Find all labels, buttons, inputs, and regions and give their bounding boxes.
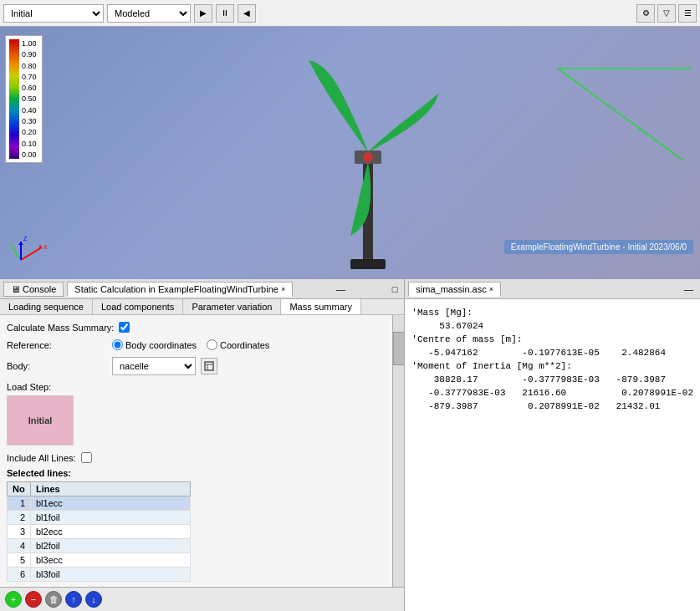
play-button[interactable]: ▶	[194, 4, 212, 23]
calc-tab-label: Static Calculation in ExampleFloatingWin…	[74, 284, 278, 294]
reference-label: Reference:	[7, 340, 107, 350]
cell-no: 6	[8, 568, 31, 582]
cell-line: bl1ecc	[31, 496, 191, 511]
settings-icon[interactable]: ⚙	[636, 4, 655, 23]
tab-mass-summary[interactable]: Mass summary	[281, 299, 361, 314]
cell-no: 4	[8, 539, 31, 553]
svg-marker-12	[18, 242, 23, 245]
lines-table: No Lines 1bl1ecc2bl1foil3bl2ecc4bl2foil5…	[7, 481, 191, 582]
reference-row: Reference: Body coordinates Coordinates	[7, 339, 386, 350]
load-step-label: Load Step:	[7, 382, 386, 392]
cell-line: bl3ecc	[31, 553, 191, 568]
table-row[interactable]: 2bl1foil	[8, 511, 191, 525]
svg-rect-3	[350, 259, 386, 269]
selected-lines-section: Selected lines: No Lines 1bl1ecc2bl1foil…	[7, 468, 386, 582]
model-select[interactable]: Modeled	[107, 4, 191, 23]
cell-no: 5	[8, 553, 31, 568]
calc-tab-close[interactable]: ×	[281, 285, 285, 293]
coords-radio[interactable]	[207, 339, 217, 350]
file-tab-close[interactable]: ×	[489, 285, 493, 293]
right-panel-minimize[interactable]: —	[681, 283, 697, 295]
body-coords-radio[interactable]	[112, 339, 123, 350]
main-area: 🖥 Console Static Calculation in ExampleF…	[0, 279, 700, 611]
cell-line: bl3foil	[31, 568, 191, 582]
selected-lines-label: Selected lines:	[7, 468, 386, 478]
cell-line: bl2ecc	[31, 525, 191, 539]
content-line: -5.947162 -0.1977613E-05 2.482864	[411, 346, 693, 359]
col-lines-header: Lines	[31, 482, 191, 496]
legend-labels: 1.00 0.90 0.80 0.70 0.60 0.50 0.40 0.30 …	[22, 39, 37, 159]
right-panel-content: 'Mass [Mg]: 53.67024'Centre of mass [m]:…	[405, 299, 700, 611]
scrollbar-thumb[interactable]	[393, 332, 404, 365]
content-line: 38828.17 -0.3777983E-03 -879.3987	[411, 373, 693, 386]
bottom-toolbar: + − 🗑 ↑ ↓	[0, 587, 404, 611]
left-panel-scrollbar[interactable]	[392, 315, 404, 587]
color-legend: 1.00 0.90 0.80 0.70 0.60 0.50 0.40 0.30 …	[5, 35, 43, 163]
down-button[interactable]: ↓	[85, 591, 102, 608]
left-panel: 🖥 Console Static Calculation in ExampleF…	[0, 279, 405, 611]
tab-loading-sequence[interactable]: Loading sequence	[0, 299, 93, 314]
panel-header: 🖥 Console Static Calculation in ExampleF…	[0, 279, 404, 299]
add-button[interactable]: +	[5, 591, 22, 608]
include-all-checkbox[interactable]	[81, 452, 92, 463]
mooring-line	[491, 27, 700, 194]
load-step-box[interactable]: Initial	[7, 395, 74, 446]
table-row[interactable]: 6bl3foil	[8, 568, 191, 582]
pause-button[interactable]: ⏸	[216, 4, 234, 23]
sub-tab-bar: Loading sequence Load components Paramet…	[0, 299, 404, 315]
top-toolbar: Initial Modeled ▶ ⏸ ◀ ⚙ ▽ ☰	[0, 0, 700, 27]
col-no-header: No	[8, 482, 31, 496]
state-select[interactable]: Initial	[3, 4, 104, 23]
body-label: Body:	[7, 361, 107, 371]
right-panel: sima_massin.asc × — 'Mass [Mg]: 53.67024…	[405, 279, 700, 611]
cell-no: 1	[8, 496, 31, 511]
file-tab-label: sima_massin.asc	[416, 284, 486, 294]
left-panel-maximize[interactable]: □	[389, 283, 401, 295]
svg-rect-16	[205, 362, 213, 370]
body-row: Body: nacelle	[7, 357, 386, 375]
body-coords-option[interactable]: Body coordinates	[112, 339, 197, 350]
table-row[interactable]: 4bl2foil	[8, 539, 191, 553]
tab-load-components[interactable]: Load components	[93, 299, 183, 314]
delete-button[interactable]: 🗑	[45, 591, 62, 608]
right-panel-header: sima_massin.asc × —	[405, 279, 700, 299]
cell-no: 2	[8, 511, 31, 525]
3d-viewport: 1.00 0.90 0.80 0.70 0.60 0.50 0.40 0.30 …	[0, 27, 700, 279]
tab-parameter-variation[interactable]: Parameter variation	[183, 299, 281, 314]
viewport-watermark: ExampleFloatingWindTurbine - Initial 202…	[504, 240, 693, 254]
up-button[interactable]: ↑	[65, 591, 82, 608]
include-all-label: Include All Lines:	[7, 453, 76, 463]
calc-tab[interactable]: Static Calculation in ExampleFloatingWin…	[67, 282, 293, 297]
turbine-svg	[284, 43, 451, 269]
load-step-section: Load Step: Initial	[7, 382, 386, 446]
content-line: 'Moment of Inertia [Mg m**2]:	[411, 359, 693, 373]
body-select[interactable]: nacelle	[112, 357, 196, 375]
calculate-mass-checkbox[interactable]	[119, 322, 130, 333]
console-tab[interactable]: 🖥 Console	[3, 282, 64, 297]
back-button[interactable]: ◀	[238, 4, 256, 23]
remove-button[interactable]: −	[25, 591, 42, 608]
panel-content: Calculate Mass Summary: Reference: Body …	[0, 315, 392, 587]
filter-icon[interactable]: ▽	[657, 4, 676, 23]
table-row[interactable]: 1bl1ecc	[8, 496, 191, 511]
svg-text:X: X	[43, 244, 48, 250]
table-row[interactable]: 3bl2ecc	[8, 525, 191, 539]
reference-radio-group: Body coordinates Coordinates	[112, 339, 269, 350]
file-tab[interactable]: sima_massin.asc ×	[408, 282, 501, 297]
svg-point-2	[363, 152, 373, 162]
console-tab-icon: 🖥	[11, 284, 20, 294]
console-tab-label: Console	[23, 284, 56, 294]
svg-text:Z: Z	[23, 236, 28, 242]
body-coords-label: Body coordinates	[125, 340, 197, 350]
content-line: 'Centre of mass [m]:	[411, 333, 693, 346]
body-icon-button[interactable]	[201, 358, 217, 374]
menu-icon[interactable]: ☰	[678, 4, 697, 23]
calculate-mass-row: Calculate Mass Summary:	[7, 322, 386, 333]
coords-label: Coordinates	[220, 340, 269, 350]
content-line: -0.3777983E-03 21616.60 0.2078991E-02	[411, 386, 693, 400]
left-panel-minimize[interactable]: —	[333, 283, 349, 295]
cell-line: bl1foil	[31, 511, 191, 525]
svg-line-8	[13, 247, 21, 260]
coords-option[interactable]: Coordinates	[207, 339, 269, 350]
table-row[interactable]: 5bl3ecc	[8, 553, 191, 568]
